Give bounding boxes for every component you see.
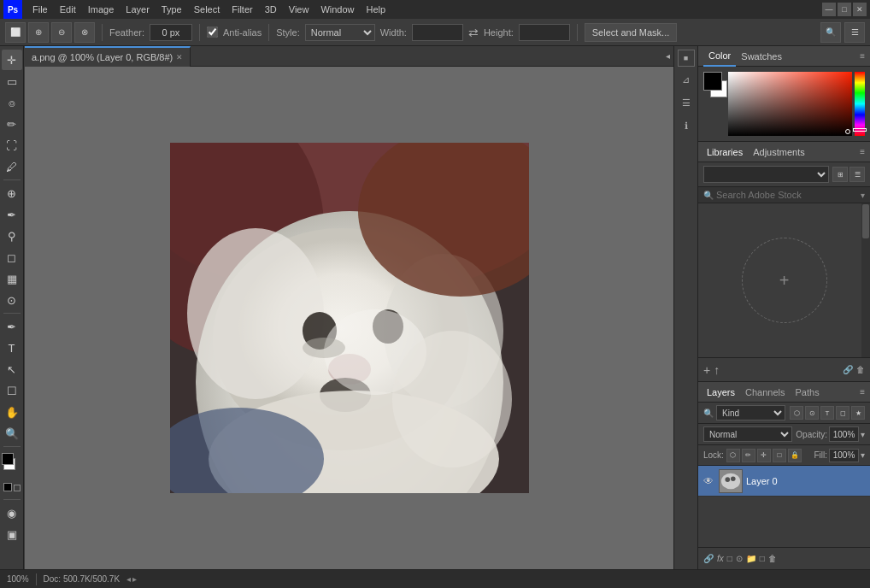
blend-mode-select[interactable]: Normal Dissolve Multiply Screen xyxy=(703,426,792,442)
fill-input[interactable] xyxy=(829,449,859,462)
lib-add-button[interactable]: + xyxy=(703,363,710,377)
menu-help[interactable]: Help xyxy=(362,0,391,19)
menu-image[interactable]: Image xyxy=(83,0,120,19)
layer-mask-button[interactable]: □ xyxy=(727,554,732,563)
style-select[interactable]: Normal Fixed Ratio Fixed Size xyxy=(305,24,375,41)
fill-arrow[interactable]: ▾ xyxy=(861,450,865,460)
width-input[interactable] xyxy=(412,24,463,41)
color-panel-menu[interactable]: ≡ xyxy=(860,51,865,61)
path-select-tool[interactable]: ↖ xyxy=(2,359,22,379)
close-tab-button[interactable]: ✕ xyxy=(176,53,183,62)
search-button[interactable]: 🔍 xyxy=(820,22,841,43)
layer-fx-button[interactable]: fx xyxy=(717,554,724,563)
filter-type-icon[interactable]: T xyxy=(820,406,834,420)
filter-pixel-icon[interactable]: ⬡ xyxy=(790,406,803,420)
panel-settings-button[interactable]: ☰ xyxy=(844,22,865,43)
lib-list-view-button[interactable]: ☰ xyxy=(849,167,865,182)
filter-adjustment-icon[interactable]: ⊙ xyxy=(805,406,819,420)
lock-artboard-button[interactable]: □ xyxy=(773,449,786,462)
lock-transparency-button[interactable]: ⬡ xyxy=(726,449,740,462)
feather-input[interactable] xyxy=(150,24,192,41)
default-colors-button[interactable] xyxy=(3,483,12,491)
color-icon[interactable]: ■ xyxy=(678,50,695,67)
new-layer-button[interactable]: □ xyxy=(760,554,765,563)
layers-panel-menu[interactable]: ≡ xyxy=(860,387,865,397)
move-tool[interactable]: ✛ xyxy=(2,50,22,70)
lib-trash-button[interactable]: 🗑 xyxy=(856,365,865,374)
lib-scrollbar[interactable] xyxy=(861,203,870,357)
canvas-expand-button[interactable]: ◂ xyxy=(662,51,673,61)
healing-tool[interactable]: ⊕ xyxy=(2,183,22,203)
libraries-menu-button[interactable]: ≡ xyxy=(860,147,865,156)
hue-slider[interactable] xyxy=(855,72,865,136)
tab-adjustments[interactable]: Adjustments xyxy=(749,147,808,157)
zoom-tool[interactable]: 🔍 xyxy=(2,423,22,444)
eraser-tool[interactable]: ◻ xyxy=(2,247,22,268)
fg-color-swatch[interactable] xyxy=(703,72,722,91)
quick-mask-tool[interactable]: ◉ xyxy=(2,503,22,523)
screen-mode-tool[interactable]: ▣ xyxy=(2,524,22,544)
lock-position-button[interactable]: ✛ xyxy=(757,449,771,462)
minimize-button[interactable]: — xyxy=(822,3,836,16)
layer-adjustment-button[interactable]: ⊙ xyxy=(736,554,743,563)
tab-libraries[interactable]: Libraries xyxy=(703,147,746,157)
lib-grid-view-button[interactable]: ⊞ xyxy=(832,167,848,182)
layer-link-button[interactable]: 🔗 xyxy=(703,554,714,563)
adjust-icon[interactable]: ⊿ xyxy=(676,69,697,90)
height-input[interactable] xyxy=(519,24,570,41)
canvas-tab[interactable]: a.png @ 100% (Layer 0, RGB/8#) ✕ xyxy=(25,46,191,67)
clone-tool[interactable]: ⚲ xyxy=(2,226,22,246)
lock-all-button[interactable]: 🔒 xyxy=(788,449,802,462)
foreground-color-swatch[interactable] xyxy=(2,453,14,465)
menu-3d[interactable]: 3D xyxy=(260,0,282,19)
menu-select[interactable]: Select xyxy=(189,0,226,19)
quick-select-tool[interactable]: ✏ xyxy=(2,114,22,134)
shape-tool[interactable]: ☐ xyxy=(2,380,22,401)
tab-channels[interactable]: Channels xyxy=(742,387,788,397)
menu-window[interactable]: Window xyxy=(315,0,359,19)
swap-colors-button[interactable] xyxy=(14,485,21,491)
layer-visibility-toggle[interactable]: 👁 xyxy=(702,474,715,488)
filter-smart-icon[interactable]: ★ xyxy=(851,406,865,420)
layers-side-icon[interactable]: ☰ xyxy=(676,92,697,113)
opacity-arrow[interactable]: ▾ xyxy=(861,430,865,439)
menu-filter[interactable]: Filter xyxy=(226,0,257,19)
canvas-inner[interactable] xyxy=(25,67,673,569)
layer-item[interactable]: 👁 Layer 0 xyxy=(698,466,870,497)
lock-paint-button[interactable]: ✏ xyxy=(742,449,755,462)
tab-layers[interactable]: Layers xyxy=(703,387,738,397)
menu-view[interactable]: View xyxy=(284,0,314,19)
info-icon[interactable]: ℹ xyxy=(676,115,697,136)
lasso-tool[interactable]: ⌾ xyxy=(2,92,22,113)
lib-link-button[interactable]: 🔗 xyxy=(843,365,853,374)
delete-layer-button[interactable]: 🗑 xyxy=(768,554,777,563)
lib-search-arrow[interactable]: ▾ xyxy=(861,191,865,200)
brush-tool[interactable]: ✒ xyxy=(2,204,22,225)
text-tool[interactable]: T xyxy=(2,338,22,358)
gradient-tool[interactable]: ▦ xyxy=(2,268,22,289)
menu-type[interactable]: Type xyxy=(156,0,187,19)
hand-tool[interactable]: ✋ xyxy=(2,402,22,422)
tab-swatches[interactable]: Swatches xyxy=(736,46,787,67)
layer-group-button[interactable]: 📁 xyxy=(746,554,756,563)
antialias-checkbox[interactable] xyxy=(207,26,218,38)
status-next-arrow[interactable]: ▸ xyxy=(132,574,137,584)
crop-tool[interactable]: ⛶ xyxy=(2,135,22,156)
close-button[interactable]: ✕ xyxy=(853,3,867,16)
status-prev-arrow[interactable]: ◂ xyxy=(126,574,131,584)
color-gradient-picker[interactable] xyxy=(728,72,852,136)
eyedropper-tool[interactable]: 🖊 xyxy=(2,156,22,177)
lib-upload-button[interactable]: ↑ xyxy=(714,363,720,377)
menu-edit[interactable]: Edit xyxy=(55,0,81,19)
add-selection-btn[interactable]: ⊕ xyxy=(28,22,49,43)
tab-paths[interactable]: Paths xyxy=(792,387,823,397)
swap-icon[interactable]: ⇄ xyxy=(468,26,479,39)
filter-shape-icon[interactable]: ◻ xyxy=(836,406,849,420)
maximize-button[interactable]: □ xyxy=(838,3,851,16)
tab-color[interactable]: Color xyxy=(703,46,736,67)
select-and-mask-button[interactable]: Select and Mask... xyxy=(585,23,678,42)
subtract-selection-btn[interactable]: ⊖ xyxy=(51,22,72,43)
dodge-tool[interactable]: ⊙ xyxy=(2,290,22,310)
intersect-selection-btn[interactable]: ⊗ xyxy=(74,22,95,43)
menu-layer[interactable]: Layer xyxy=(121,0,155,19)
